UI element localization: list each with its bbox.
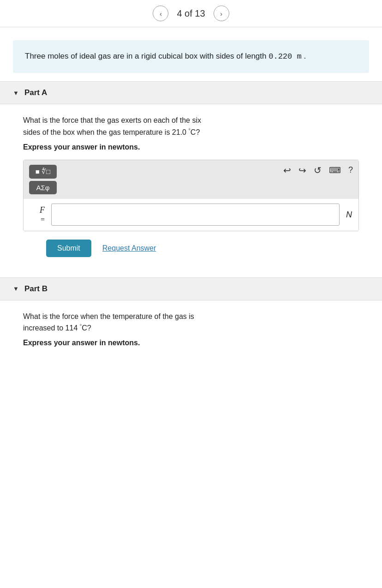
part-b-body: What is the force when the temperature o…	[0, 300, 382, 366]
expression-row: F = N	[24, 199, 358, 231]
submit-row-a: Submit Request Answer	[46, 240, 359, 267]
part-b-chevron-icon: ▼	[13, 285, 19, 292]
chevron-right-icon: ›	[220, 10, 222, 18]
reload-button[interactable]: ↺	[314, 165, 322, 176]
math-symbol-icon: ■ ∜□	[36, 168, 50, 175]
math-btn-group: ■ ∜□ AΣφ	[29, 165, 57, 194]
math-symbol-btn[interactable]: ■ ∜□	[29, 165, 57, 179]
answer-input-a[interactable]	[51, 204, 340, 226]
part-a-body: What is the force that the gas exerts on…	[0, 104, 382, 277]
equals-sign: =	[41, 215, 45, 224]
part-b-label: Part B	[24, 284, 48, 294]
part-a-question: What is the force that the gas exerts on…	[23, 114, 359, 138]
part-b-question: What is the force when the temperature o…	[23, 311, 359, 335]
question-counter: 4 of 13	[177, 8, 205, 19]
undo-icon: ↩	[283, 165, 291, 176]
toolbar-actions: ↩ ↪ ↺ ⌨ ?	[283, 165, 353, 176]
part-a-header[interactable]: ▼ Part A	[0, 81, 382, 104]
math-toolbar: ■ ∜□ AΣφ ↩ ↪ ↺	[24, 160, 358, 199]
part-a-label: Part A	[24, 88, 47, 97]
part-a-section: ▼ Part A What is the force that the gas …	[0, 81, 382, 277]
next-button[interactable]: ›	[214, 6, 229, 21]
redo-icon: ↪	[298, 165, 306, 176]
part-b-section: ▼ Part B What is the force when the temp…	[0, 277, 382, 366]
chevron-left-icon: ‹	[160, 10, 162, 18]
reload-icon: ↺	[314, 165, 322, 176]
part-a-express-label: Express your answer in newtons.	[23, 143, 359, 151]
part-b-header[interactable]: ▼ Part B	[0, 277, 382, 300]
unit-label-a: N	[340, 210, 358, 220]
undo-button[interactable]: ↩	[283, 165, 291, 176]
keyboard-button[interactable]: ⌨	[329, 165, 341, 175]
keyboard-icon: ⌨	[329, 166, 341, 175]
submit-button-a[interactable]: Submit	[46, 240, 91, 257]
navigation-bar: ‹ 4 of 13 ›	[0, 0, 382, 27]
request-answer-link-a[interactable]: Request Answer	[102, 244, 156, 252]
variable-f: F	[40, 205, 45, 216]
help-button[interactable]: ?	[348, 165, 353, 175]
part-b-express-label: Express your answer in newtons.	[23, 339, 359, 347]
question-text: Three moles of ideal gas are in a rigid …	[25, 52, 306, 60]
part-a-chevron-icon: ▼	[13, 90, 19, 96]
math-greek-label: AΣφ	[36, 184, 49, 192]
expression-label: F =	[24, 199, 51, 231]
math-greek-btn[interactable]: AΣφ	[29, 181, 57, 194]
help-icon: ?	[348, 165, 353, 174]
question-box: Three moles of ideal gas are in a rigid …	[13, 40, 369, 73]
redo-button[interactable]: ↪	[298, 165, 306, 176]
prev-button[interactable]: ‹	[153, 6, 168, 21]
answer-container-a: ■ ∜□ AΣφ ↩ ↪ ↺	[23, 160, 359, 231]
